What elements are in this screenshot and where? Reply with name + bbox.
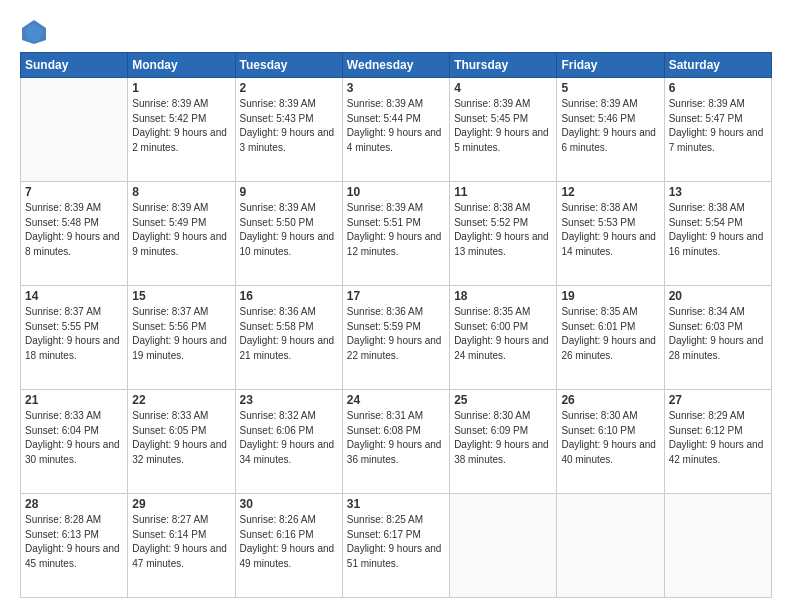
sunset-text: Sunset: 6:04 PM [25, 425, 99, 436]
day-number: 31 [347, 497, 445, 511]
calendar-cell: 20 Sunrise: 8:34 AM Sunset: 6:03 PM Dayl… [664, 286, 771, 390]
sunset-text: Sunset: 5:58 PM [240, 321, 314, 332]
day-number: 19 [561, 289, 659, 303]
day-number: 23 [240, 393, 338, 407]
calendar-cell [664, 494, 771, 598]
day-number: 29 [132, 497, 230, 511]
sunset-text: Sunset: 5:49 PM [132, 217, 206, 228]
cell-info: Sunrise: 8:31 AM Sunset: 6:08 PM Dayligh… [347, 409, 445, 467]
daylight-text: Daylight: 9 hours and 12 minutes. [347, 231, 442, 257]
cell-info: Sunrise: 8:38 AM Sunset: 5:52 PM Dayligh… [454, 201, 552, 259]
calendar-cell: 1 Sunrise: 8:39 AM Sunset: 5:42 PM Dayli… [128, 78, 235, 182]
daylight-text: Daylight: 9 hours and 49 minutes. [240, 543, 335, 569]
day-number: 14 [25, 289, 123, 303]
daylight-text: Daylight: 9 hours and 8 minutes. [25, 231, 120, 257]
day-number: 26 [561, 393, 659, 407]
cell-info: Sunrise: 8:33 AM Sunset: 6:05 PM Dayligh… [132, 409, 230, 467]
daylight-text: Daylight: 9 hours and 2 minutes. [132, 127, 227, 153]
sunrise-text: Sunrise: 8:35 AM [454, 306, 530, 317]
calendar-cell: 3 Sunrise: 8:39 AM Sunset: 5:44 PM Dayli… [342, 78, 449, 182]
cell-info: Sunrise: 8:38 AM Sunset: 5:53 PM Dayligh… [561, 201, 659, 259]
calendar-cell: 16 Sunrise: 8:36 AM Sunset: 5:58 PM Dayl… [235, 286, 342, 390]
daylight-text: Daylight: 9 hours and 4 minutes. [347, 127, 442, 153]
cell-info: Sunrise: 8:39 AM Sunset: 5:48 PM Dayligh… [25, 201, 123, 259]
logo [20, 18, 54, 46]
sunset-text: Sunset: 6:00 PM [454, 321, 528, 332]
header [20, 18, 772, 46]
calendar-cell: 17 Sunrise: 8:36 AM Sunset: 5:59 PM Dayl… [342, 286, 449, 390]
cell-info: Sunrise: 8:39 AM Sunset: 5:46 PM Dayligh… [561, 97, 659, 155]
cell-info: Sunrise: 8:39 AM Sunset: 5:51 PM Dayligh… [347, 201, 445, 259]
calendar-cell [450, 494, 557, 598]
daylight-text: Daylight: 9 hours and 40 minutes. [561, 439, 656, 465]
cell-info: Sunrise: 8:28 AM Sunset: 6:13 PM Dayligh… [25, 513, 123, 571]
calendar-week-row: 7 Sunrise: 8:39 AM Sunset: 5:48 PM Dayli… [21, 182, 772, 286]
sunset-text: Sunset: 6:16 PM [240, 529, 314, 540]
cell-info: Sunrise: 8:35 AM Sunset: 6:01 PM Dayligh… [561, 305, 659, 363]
calendar-cell: 14 Sunrise: 8:37 AM Sunset: 5:55 PM Dayl… [21, 286, 128, 390]
cell-info: Sunrise: 8:39 AM Sunset: 5:44 PM Dayligh… [347, 97, 445, 155]
day-number: 28 [25, 497, 123, 511]
day-number: 9 [240, 185, 338, 199]
calendar-cell: 27 Sunrise: 8:29 AM Sunset: 6:12 PM Dayl… [664, 390, 771, 494]
calendar-cell: 15 Sunrise: 8:37 AM Sunset: 5:56 PM Dayl… [128, 286, 235, 390]
calendar-cell: 31 Sunrise: 8:25 AM Sunset: 6:17 PM Dayl… [342, 494, 449, 598]
day-number: 16 [240, 289, 338, 303]
cell-info: Sunrise: 8:25 AM Sunset: 6:17 PM Dayligh… [347, 513, 445, 571]
calendar-cell: 7 Sunrise: 8:39 AM Sunset: 5:48 PM Dayli… [21, 182, 128, 286]
sunrise-text: Sunrise: 8:33 AM [25, 410, 101, 421]
sunrise-text: Sunrise: 8:38 AM [561, 202, 637, 213]
sunset-text: Sunset: 5:55 PM [25, 321, 99, 332]
day-number: 8 [132, 185, 230, 199]
sunset-text: Sunset: 5:47 PM [669, 113, 743, 124]
day-number: 30 [240, 497, 338, 511]
sunrise-text: Sunrise: 8:29 AM [669, 410, 745, 421]
sunset-text: Sunset: 5:42 PM [132, 113, 206, 124]
calendar-cell: 24 Sunrise: 8:31 AM Sunset: 6:08 PM Dayl… [342, 390, 449, 494]
daylight-text: Daylight: 9 hours and 3 minutes. [240, 127, 335, 153]
cell-info: Sunrise: 8:37 AM Sunset: 5:55 PM Dayligh… [25, 305, 123, 363]
sunrise-text: Sunrise: 8:34 AM [669, 306, 745, 317]
sunrise-text: Sunrise: 8:37 AM [25, 306, 101, 317]
sunset-text: Sunset: 5:56 PM [132, 321, 206, 332]
sunrise-text: Sunrise: 8:38 AM [454, 202, 530, 213]
calendar-cell: 13 Sunrise: 8:38 AM Sunset: 5:54 PM Dayl… [664, 182, 771, 286]
cell-info: Sunrise: 8:26 AM Sunset: 6:16 PM Dayligh… [240, 513, 338, 571]
calendar-week-row: 21 Sunrise: 8:33 AM Sunset: 6:04 PM Dayl… [21, 390, 772, 494]
sunset-text: Sunset: 5:59 PM [347, 321, 421, 332]
sunset-text: Sunset: 5:48 PM [25, 217, 99, 228]
day-number: 3 [347, 81, 445, 95]
sunrise-text: Sunrise: 8:36 AM [347, 306, 423, 317]
sunset-text: Sunset: 5:53 PM [561, 217, 635, 228]
cell-info: Sunrise: 8:38 AM Sunset: 5:54 PM Dayligh… [669, 201, 767, 259]
daylight-text: Daylight: 9 hours and 42 minutes. [669, 439, 764, 465]
weekday-header: Thursday [450, 53, 557, 78]
cell-info: Sunrise: 8:39 AM Sunset: 5:45 PM Dayligh… [454, 97, 552, 155]
weekday-header: Wednesday [342, 53, 449, 78]
cell-info: Sunrise: 8:39 AM Sunset: 5:50 PM Dayligh… [240, 201, 338, 259]
sunrise-text: Sunrise: 8:39 AM [132, 98, 208, 109]
cell-info: Sunrise: 8:27 AM Sunset: 6:14 PM Dayligh… [132, 513, 230, 571]
cell-info: Sunrise: 8:30 AM Sunset: 6:10 PM Dayligh… [561, 409, 659, 467]
day-number: 12 [561, 185, 659, 199]
sunset-text: Sunset: 5:54 PM [669, 217, 743, 228]
calendar-cell: 26 Sunrise: 8:30 AM Sunset: 6:10 PM Dayl… [557, 390, 664, 494]
sunset-text: Sunset: 6:09 PM [454, 425, 528, 436]
sunrise-text: Sunrise: 8:39 AM [240, 98, 316, 109]
sunset-text: Sunset: 5:46 PM [561, 113, 635, 124]
daylight-text: Daylight: 9 hours and 16 minutes. [669, 231, 764, 257]
weekday-header: Friday [557, 53, 664, 78]
page: SundayMondayTuesdayWednesdayThursdayFrid… [0, 0, 792, 612]
sunrise-text: Sunrise: 8:33 AM [132, 410, 208, 421]
sunset-text: Sunset: 5:44 PM [347, 113, 421, 124]
calendar-cell: 4 Sunrise: 8:39 AM Sunset: 5:45 PM Dayli… [450, 78, 557, 182]
day-number: 17 [347, 289, 445, 303]
calendar-cell [21, 78, 128, 182]
calendar-cell: 8 Sunrise: 8:39 AM Sunset: 5:49 PM Dayli… [128, 182, 235, 286]
sunrise-text: Sunrise: 8:39 AM [132, 202, 208, 213]
weekday-header: Tuesday [235, 53, 342, 78]
daylight-text: Daylight: 9 hours and 10 minutes. [240, 231, 335, 257]
day-number: 20 [669, 289, 767, 303]
calendar-cell: 19 Sunrise: 8:35 AM Sunset: 6:01 PM Dayl… [557, 286, 664, 390]
sunrise-text: Sunrise: 8:30 AM [454, 410, 530, 421]
